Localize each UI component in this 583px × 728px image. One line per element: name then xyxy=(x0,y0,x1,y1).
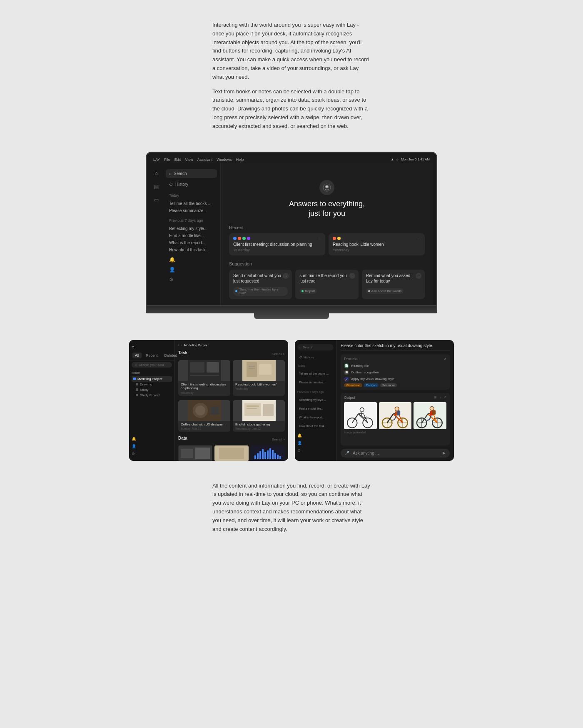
output-share-icon[interactable]: ↗ xyxy=(443,395,446,399)
suggestion-card-1[interactable]: → Send mail about what you just requeste… xyxy=(229,270,292,299)
rs-notif-icon[interactable]: 🔔 xyxy=(297,433,334,438)
rs-search[interactable]: ⌕ Search xyxy=(297,344,334,350)
sidebar-prev-item-2[interactable]: Find a modle like... xyxy=(166,232,217,239)
small-notif-icon[interactable]: 🔔 xyxy=(132,437,172,441)
small-search-icon: ⌕ xyxy=(135,363,137,367)
rs-account-icon[interactable]: 👤 xyxy=(297,441,334,445)
process-collapse-icon[interactable]: ∧ xyxy=(444,357,446,360)
hero-title: Answers to everything, just for you xyxy=(289,199,365,219)
small-settings-icon[interactable]: ⚙ xyxy=(132,452,172,456)
right-mic-icon[interactable]: 🎤 xyxy=(345,451,349,455)
data-see-all[interactable]: See all > xyxy=(272,438,285,441)
suggestion-card-3[interactable]: → Remind what you asked Lay for today As… xyxy=(362,270,425,299)
svg-point-61 xyxy=(395,407,399,411)
files-icon[interactable]: ▤ xyxy=(152,183,160,191)
clock-status: Mon Jun 5 9:41 AM xyxy=(401,158,430,161)
bc-current: Modeling Project xyxy=(184,343,209,347)
output-image-2[interactable] xyxy=(379,402,412,429)
sidebar-prev-item-4[interactable]: How about this task... xyxy=(166,246,217,253)
right-query: Please color this sketch in my usual dra… xyxy=(341,343,450,351)
menu-assistant[interactable]: Assistant xyxy=(197,158,213,162)
task-card-3[interactable]: Coffee chat with UX designer Sunday, Mar… xyxy=(178,400,230,432)
process-item-2: 🔲 Outline recognition xyxy=(344,370,446,375)
data-card-1[interactable] xyxy=(178,445,212,460)
output-image-1[interactable] xyxy=(344,402,377,429)
folder-modeling[interactable]: Modeling Project xyxy=(132,376,172,382)
rs-settings-icon[interactable]: ⚙ xyxy=(297,448,334,453)
right-send-icon[interactable]: ▶ xyxy=(443,451,446,455)
history-icon: ⏱ xyxy=(169,182,173,187)
menu-view[interactable]: View xyxy=(185,158,193,162)
menu-help[interactable]: Help xyxy=(236,158,244,162)
task-card-2[interactable]: Reading book 'Little women' Yesterday xyxy=(233,360,285,396)
notification-icon[interactable]: 🔔 xyxy=(169,257,176,263)
sidebar-prev-item-3[interactable]: What is the report... xyxy=(166,239,217,246)
suggestion-tag-3: Ask about the words xyxy=(366,288,404,294)
search-icon: ⌕ xyxy=(169,171,172,176)
tab-all[interactable]: All xyxy=(132,353,142,358)
task-card-img-2 xyxy=(233,360,285,381)
card-more-icon-1[interactable]: ··· xyxy=(318,237,321,241)
rs-history[interactable]: ⏱ History xyxy=(297,355,334,360)
recent-card-2[interactable]: ··· Reading book 'Little women' Yesterda… xyxy=(329,233,425,255)
svg-rect-17 xyxy=(244,403,261,416)
suggestion-section: Suggestion → Send mail about what you ju… xyxy=(229,261,425,299)
menu-file[interactable]: File xyxy=(164,158,170,162)
task-card-1[interactable]: Client first meeting: discussion on plan… xyxy=(178,360,230,396)
svg-rect-5 xyxy=(207,362,219,373)
data-card-3[interactable] xyxy=(251,445,285,460)
recent-card-1[interactable]: ··· Client first meeting: discussion on … xyxy=(229,233,325,255)
output-download-icon[interactable]: ↓ xyxy=(439,395,441,399)
folder-study-project[interactable]: Study Project xyxy=(132,393,172,398)
small-search-input[interactable]: ⌕ Search your data xyxy=(132,362,172,368)
tab-bar: All Recent Deleted xyxy=(129,351,174,360)
data-title: Data xyxy=(178,436,187,440)
menu-windows[interactable]: Windows xyxy=(217,158,232,162)
sidebar-today-item-2[interactable]: Please summarize... xyxy=(166,207,217,214)
rs-item-1[interactable]: Tell me all the books ... xyxy=(297,371,334,376)
task-card-4[interactable]: English study gathering Wednesday, Jan 2… xyxy=(233,400,285,432)
card-more-icon-2[interactable]: ··· xyxy=(417,237,421,241)
small-home-icon[interactable]: ⌂ xyxy=(132,344,135,349)
folder-study[interactable]: Study xyxy=(132,387,172,393)
settings-icon[interactable]: ⚙ xyxy=(169,277,176,283)
suggestion-arrow-2[interactable]: → xyxy=(349,273,355,279)
menubar: LAY File Edit View Assistant Windows Hel… xyxy=(150,156,433,163)
tag-more[interactable]: See more xyxy=(380,383,397,387)
sidebar-prev-item-1[interactable]: Reflecting my style... xyxy=(166,225,217,232)
screen-icon[interactable]: ▭ xyxy=(152,196,160,204)
svg-point-14 xyxy=(195,405,205,415)
task-see-all[interactable]: See all > xyxy=(272,352,285,356)
sidebar-search-btn[interactable]: ⌕ Search xyxy=(166,169,217,178)
rs-item-3[interactable]: Reflecting my style... xyxy=(297,398,334,402)
small-account-icon[interactable]: 👤 xyxy=(132,444,172,448)
process-section: Process ∧ 📄 Reading file 🔲 Outline recog… xyxy=(341,354,450,390)
right-ask-input[interactable]: Ask anyting ... xyxy=(353,451,439,455)
folder-drawing[interactable]: Drawing xyxy=(132,382,172,387)
tag-cartoon[interactable]: Cartoon xyxy=(364,383,379,387)
account-icon[interactable]: 👤 xyxy=(169,267,176,273)
rs-sidebar-bottom: 🔔 👤 ⚙ xyxy=(295,431,336,455)
output-image-3[interactable] xyxy=(414,402,446,429)
svg-rect-77 xyxy=(432,410,436,415)
sidebar-history-btn[interactable]: ⏱ History xyxy=(166,180,217,188)
tag-warm[interactable]: Warm tone xyxy=(344,383,362,387)
rs-item-6[interactable]: How about this task... xyxy=(297,424,334,428)
home-icon[interactable]: ⌂ xyxy=(152,169,160,178)
sidebar-today-item-1[interactable]: Tell me all the books ... xyxy=(166,200,217,207)
data-cards xyxy=(178,445,285,460)
output-grid-icon[interactable]: ⊞ xyxy=(434,395,437,399)
right-main-content: Please color this sketch in my usual dra… xyxy=(336,340,454,461)
rs-item-4[interactable]: Find a model like... xyxy=(297,406,334,411)
task-section: Task See all > xyxy=(178,350,285,432)
tab-recent[interactable]: Recent xyxy=(143,353,160,358)
bc-back[interactable]: ‹ xyxy=(178,343,179,347)
suggestion-card-2[interactable]: → summarize the report you just read Rep… xyxy=(295,270,358,299)
rs-item-2[interactable]: Please summarize... xyxy=(297,380,334,385)
data-card-2[interactable] xyxy=(214,445,249,460)
menu-edit[interactable]: Edit xyxy=(174,158,181,162)
right-ask-bar[interactable]: 🎤 Ask anyting ... ▶ xyxy=(341,449,450,458)
rs-item-5[interactable]: What is the report... xyxy=(297,415,334,420)
svg-rect-32 xyxy=(267,450,269,459)
intro-paragraph-2: Text from books or notes can be selected… xyxy=(212,88,371,131)
